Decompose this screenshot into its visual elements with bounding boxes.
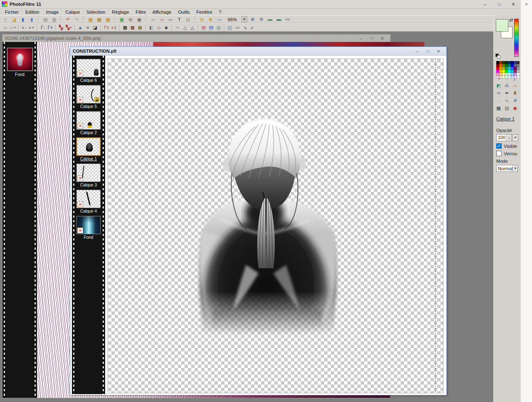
document-close-button[interactable]: ✕ — [433, 48, 444, 54]
swap-colors-icon[interactable]: ⇄ — [508, 17, 514, 24]
layer-label[interactable]: Calque 5 — [76, 104, 101, 109]
selection-marching-ants-line[interactable] — [435, 59, 436, 393]
duplicate-pages-button[interactable]: ▯▯ — [226, 24, 234, 31]
background-minimize-button[interactable]: – — [355, 35, 366, 41]
color-swatch[interactable] — [511, 67, 514, 70]
menu-item[interactable]: Sélection — [83, 9, 108, 15]
menu-item[interactable]: Affichage — [149, 9, 175, 15]
layer-thumbnail[interactable] — [76, 111, 101, 130]
blur-drop-button[interactable]: ◇ — [155, 24, 163, 31]
layer-hidden-icon[interactable] — [77, 97, 83, 103]
color-swatch[interactable] — [496, 61, 499, 64]
color-swatch[interactable] — [508, 73, 511, 76]
app-maximize-button[interactable]: □ — [492, 0, 506, 8]
copy-merged-button[interactable]: ▩ — [96, 17, 103, 23]
lock-checkbox[interactable] — [496, 151, 502, 156]
layer-hidden-icon[interactable] — [77, 123, 83, 129]
red-eye-tool[interactable]: ◉ — [511, 105, 519, 112]
open-folder-button[interactable]: ◪ — [10, 17, 18, 23]
color-swatch[interactable] — [511, 70, 514, 73]
color-swatch[interactable] — [517, 67, 520, 70]
paste-as-image-button[interactable]: ▩ — [87, 17, 94, 23]
advanced-brush-tool[interactable]: ✒ — [503, 90, 511, 97]
document-window[interactable]: CONSTRUCTION.pfi – □ ✕ Calq — [70, 47, 447, 395]
active-layer-link[interactable]: Calque 1 — [496, 116, 515, 121]
photomask-button[interactable]: ✽ — [207, 17, 214, 23]
color-swatch[interactable] — [511, 76, 514, 78]
color-swatch[interactable] — [517, 76, 520, 78]
color-swatch[interactable] — [517, 61, 520, 64]
color-swatch[interactable] — [508, 70, 511, 73]
toolbar-overflow-chevron-icon[interactable]: » — [521, 0, 532, 6]
menu-item[interactable]: Image — [43, 9, 62, 15]
pixelate-tool[interactable]: ▩ — [495, 105, 502, 112]
layer-hidden-icon[interactable] — [77, 71, 83, 76]
crop-button[interactable]: ⊡ — [184, 17, 192, 23]
color-swatch[interactable] — [505, 61, 508, 64]
layer-entry[interactable]: Fond — [76, 216, 101, 240]
layer-label[interactable]: Fond — [7, 72, 33, 77]
undo-button[interactable]: ↶ — [64, 17, 72, 23]
color-swatch[interactable] — [505, 67, 508, 70]
menu-item[interactable]: Edition — [22, 9, 43, 15]
document-minimize-button[interactable]: – — [411, 48, 422, 54]
color-swatch[interactable] — [499, 70, 502, 73]
relief-strong-button[interactable]: △ — [189, 24, 196, 31]
fill-tool[interactable]: ◩ — [495, 82, 502, 89]
save-button[interactable]: ▮ — [19, 17, 27, 23]
layer-entry[interactable]: Fond — [7, 48, 33, 77]
pattern-off-button[interactable]: ▨ — [215, 24, 222, 31]
layer-label[interactable]: Calque 1 — [76, 157, 101, 161]
gamma-minus-button[interactable]: Γ- — [39, 24, 47, 31]
menu-item[interactable]: Calque — [62, 9, 83, 15]
fit-window-button[interactable]: ▬ — [275, 16, 283, 23]
saturation-minus-button[interactable]: ▚- — [58, 24, 65, 31]
artistic-tool[interactable]: ▨ — [503, 105, 511, 112]
color-swatch[interactable] — [499, 76, 502, 78]
selection-figure-red-button[interactable]: ▱ — [158, 17, 165, 23]
module-window-button[interactable]: ▭ — [216, 17, 223, 23]
layer-thumbnail[interactable] — [76, 59, 101, 77]
layer-hidden-icon[interactable] — [77, 201, 83, 207]
menu-item[interactable]: Outils — [175, 9, 193, 15]
color-swatch[interactable] — [502, 67, 505, 70]
auto-levels-button[interactable]: Γ± — [103, 24, 110, 31]
smudge-tool[interactable]: ∿ — [503, 97, 511, 104]
contrast-plus-button[interactable]: ◐+ — [28, 24, 35, 31]
color-swatch[interactable] — [511, 61, 514, 64]
background-close-button[interactable]: ✕ — [377, 35, 388, 41]
menu-item[interactable]: Réglage — [108, 9, 132, 15]
color-swatch[interactable] — [502, 61, 505, 64]
color-swatch[interactable] — [514, 67, 517, 70]
visible-checkbox[interactable] — [496, 143, 502, 149]
menu-item[interactable]: ? — [216, 9, 225, 15]
saturation-plus-button[interactable]: ▚+ — [65, 24, 73, 31]
eraser-tool[interactable]: ▱ — [511, 82, 519, 89]
color-swatch[interactable] — [508, 67, 511, 70]
layer-entry[interactable]: Calque 5 — [76, 85, 101, 109]
nozzle-tool[interactable]: ✻ — [511, 97, 519, 104]
layer-label[interactable]: Calque 4 — [76, 209, 101, 213]
sharpen-drop-button[interactable]: ◆ — [163, 24, 170, 31]
background-maximize-button[interactable]: □ — [366, 35, 377, 41]
zoom-dropdown-chevron-icon[interactable]: ▾ — [241, 16, 247, 22]
canvas-transparent-checkerboard[interactable] — [108, 59, 443, 393]
foreground-color-swatch[interactable] — [496, 19, 508, 32]
color-swatch[interactable] — [517, 64, 520, 67]
layer-label[interactable]: Calque 2 — [76, 130, 101, 135]
menu-item[interactable]: Fichier — [2, 9, 22, 15]
color-swatch[interactable] — [517, 73, 520, 76]
app-minimize-button[interactable]: – — [478, 0, 492, 8]
color-swatch[interactable] — [496, 70, 499, 73]
color-palette-button[interactable]: ▦ — [118, 17, 126, 23]
color-swatch[interactable] — [505, 76, 508, 78]
gamma-plus-button[interactable]: Γ+ — [47, 24, 54, 31]
layer-thumbnail[interactable] — [76, 164, 101, 182]
redo-button[interactable]: ↷ — [73, 17, 81, 23]
clouds-button[interactable]: ≈ — [174, 24, 181, 31]
color-swatch[interactable] — [514, 76, 517, 78]
color-swatch[interactable] — [502, 76, 505, 78]
histogram-button[interactable]: ▲ — [76, 24, 84, 31]
blue-screen-button[interactable]: ▤ — [207, 24, 215, 31]
hue-gradient-strip[interactable] — [514, 19, 519, 57]
